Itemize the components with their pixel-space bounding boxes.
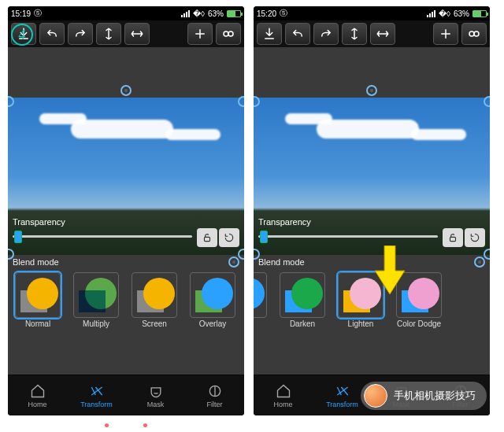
svg-point-4 xyxy=(469,31,474,36)
resize-handle-tr[interactable] xyxy=(238,96,244,107)
blend-label: Lighten xyxy=(348,319,374,328)
nav-label: Transform xyxy=(326,401,358,408)
blend-panel: Blend mode lay Darken Lighten Color Dodg… xyxy=(254,255,490,333)
flip-horizontal-button[interactable] xyxy=(370,23,395,45)
rotate-handle-bottom[interactable] xyxy=(474,257,485,268)
transparency-panel: Transparency xyxy=(258,217,485,244)
resize-handle-tr[interactable] xyxy=(484,96,490,107)
nav-label: Filter xyxy=(207,401,223,408)
redo-button[interactable] xyxy=(68,23,93,45)
blend-panel: Blend mode Normal Multiply Screen Overla… xyxy=(8,255,244,333)
blend-normal[interactable]: Normal xyxy=(11,272,65,328)
unlock-button[interactable] xyxy=(197,228,217,247)
add-button[interactable] xyxy=(187,23,213,45)
nav-label: Transform xyxy=(80,401,113,408)
svg-rect-6 xyxy=(450,237,456,241)
unlock-button[interactable] xyxy=(443,228,463,247)
nav-transform[interactable]: Transform xyxy=(67,375,126,415)
wifi-icon: �◊ xyxy=(439,9,450,18)
svg-rect-2 xyxy=(205,237,210,241)
transparency-slider[interactable] xyxy=(258,228,485,244)
transparency-label: Transparency xyxy=(258,217,485,227)
transparency-label: Transparency xyxy=(13,217,239,227)
signal-icon xyxy=(427,10,435,17)
step-number: 4 xyxy=(19,27,26,43)
reset-button[interactable] xyxy=(465,228,485,247)
svg-point-0 xyxy=(224,31,228,36)
screenshot-2: 15:20 ⓢ �◊ 63% xyxy=(254,6,490,415)
flip-vertical-button[interactable] xyxy=(342,23,367,45)
wechat-avatar xyxy=(364,384,387,408)
bottom-nav: Home Transform Mask Filter xyxy=(8,375,244,415)
svg-point-5 xyxy=(474,31,479,36)
nav-label: Home xyxy=(28,401,46,408)
blend-screen[interactable]: Screen xyxy=(128,272,181,328)
rotate-handle-bottom[interactable] xyxy=(228,257,239,268)
blend-overlay[interactable]: Overlay xyxy=(186,272,239,328)
wechat-text: 手机相机摄影技巧 xyxy=(394,389,476,403)
transparency-thumb[interactable] xyxy=(14,231,22,243)
blend-color-dodge[interactable]: Color Dodge xyxy=(392,272,446,328)
blend-lighten[interactable]: Lighten xyxy=(334,272,387,328)
save-button[interactable] xyxy=(257,23,282,45)
status-bar: 15:19 ⓢ �◊ 63% xyxy=(8,6,244,20)
blend-mode-list[interactable]: lay Darken Lighten Color Dodge xyxy=(254,269,490,333)
canvas-area[interactable]: Transparency Blend mode Normal xyxy=(8,47,244,375)
top-toolbar xyxy=(8,20,244,47)
battery-icon xyxy=(472,10,487,17)
nav-home[interactable]: Home xyxy=(8,375,67,415)
settings-button[interactable] xyxy=(461,23,487,45)
status-s-icon: ⓢ xyxy=(34,8,42,19)
nav-label: Home xyxy=(273,401,292,408)
status-s-icon: ⓢ xyxy=(280,8,287,19)
blend-multiply[interactable]: Multiply xyxy=(69,272,123,328)
transparency-slider[interactable] xyxy=(13,228,239,244)
blend-label: Darken xyxy=(290,319,315,328)
add-button[interactable] xyxy=(433,23,458,45)
pager-dots xyxy=(105,423,147,427)
transparency-thumb[interactable] xyxy=(260,231,268,243)
reset-button[interactable] xyxy=(219,228,239,247)
undo-button[interactable] xyxy=(285,23,310,45)
undo-button[interactable] xyxy=(39,23,65,45)
nav-home[interactable]: Home xyxy=(254,375,313,415)
flip-horizontal-button[interactable] xyxy=(124,23,150,45)
rotate-handle-top[interactable] xyxy=(120,85,132,96)
blend-label: Overlay xyxy=(199,319,226,328)
blendmode-label: Blend mode xyxy=(258,257,305,267)
canvas-area[interactable]: Transparency Blend mode lay Da xyxy=(254,47,490,375)
status-time: 15:20 xyxy=(257,9,276,18)
nav-mask[interactable]: Mask xyxy=(126,375,185,415)
blendmode-label: Blend mode xyxy=(13,257,59,267)
battery-icon xyxy=(227,10,241,17)
rotate-handle-top[interactable] xyxy=(366,85,377,96)
nav-label: Mask xyxy=(147,401,165,408)
step-badge: 4 xyxy=(11,24,33,46)
blend-darken[interactable]: Darken xyxy=(276,272,329,328)
blend-mode-list[interactable]: Normal Multiply Screen Overlay xyxy=(8,269,244,333)
blend-label: Screen xyxy=(142,319,167,328)
battery-pct: 63% xyxy=(454,9,469,18)
flip-vertical-button[interactable] xyxy=(96,23,121,45)
battery-pct: 63% xyxy=(208,9,224,18)
settings-button[interactable] xyxy=(216,23,241,45)
status-time: 15:19 xyxy=(11,9,31,18)
signal-icon xyxy=(181,10,190,17)
nav-filter[interactable]: Filter xyxy=(185,375,244,415)
redo-button[interactable] xyxy=(313,23,339,45)
wechat-banner[interactable]: 手机相机摄影技巧 xyxy=(361,382,487,410)
blend-overlay-partial[interactable]: lay xyxy=(254,272,271,328)
status-bar: 15:20 ⓢ �◊ 63% xyxy=(254,6,490,20)
screenshot-1: 4 15:19 ⓢ �◊ 63% xyxy=(8,6,244,415)
transparency-panel: Transparency xyxy=(13,217,239,244)
wifi-icon: �◊ xyxy=(193,9,205,18)
svg-point-1 xyxy=(228,31,233,36)
blend-label: Multiply xyxy=(83,319,109,328)
top-toolbar xyxy=(254,20,490,47)
blend-label: Color Dodge xyxy=(397,319,441,328)
blend-label: Normal xyxy=(25,319,50,328)
